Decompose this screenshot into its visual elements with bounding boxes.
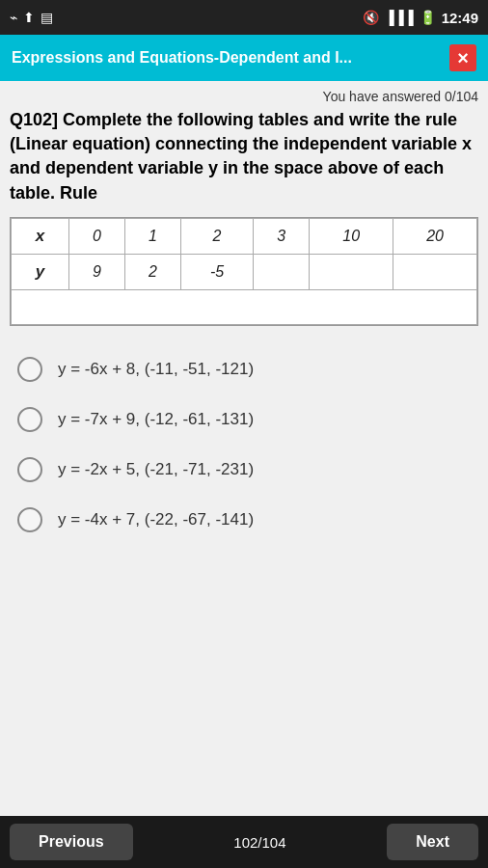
y-val-20 <box>393 254 477 289</box>
title-bar: Expressions and Equations-Dependent and … <box>0 35 488 81</box>
option-4-text: y = -4x + 7, (-22, -67, -141) <box>58 510 254 529</box>
status-bar-left: ⌁ ⬆ ▤ <box>10 10 53 25</box>
status-time: 12:49 <box>442 10 478 26</box>
option-4[interactable]: y = -4x + 7, (-22, -67, -141) <box>10 496 478 544</box>
previous-button[interactable]: Previous <box>10 824 133 860</box>
option-3-text: y = -2x + 5, (-21, -71, -231) <box>58 460 254 479</box>
option-1-text: y = -6x + 8, (-11, -51, -121) <box>58 360 254 379</box>
status-bar-right: 🔇 ▐▐▐ 🔋 12:49 <box>363 10 478 26</box>
question-text: Q102] Complete the following tables and … <box>10 108 478 205</box>
y-val-2: -5 <box>180 254 253 289</box>
question-number: Q102] <box>10 110 58 129</box>
radio-inner-1 <box>25 365 35 374</box>
rule-cell <box>12 289 477 324</box>
y-val-10 <box>310 254 393 289</box>
x-val-20: 20 <box>393 218 477 254</box>
status-bar: ⌁ ⬆ ▤ 🔇 ▐▐▐ 🔋 12:49 <box>0 0 488 35</box>
radio-inner-4 <box>25 515 35 525</box>
file-icon: ▤ <box>41 10 53 25</box>
rule-row <box>12 289 477 324</box>
x-val-3: 3 <box>254 218 310 254</box>
app-title: Expressions and Equations-Dependent and … <box>12 49 449 67</box>
y-label: y <box>12 254 69 289</box>
bottom-nav: Previous 102/104 Next <box>0 816 488 868</box>
close-button[interactable]: × <box>449 44 476 71</box>
y-val-3 <box>254 254 310 289</box>
main-content: You have answered 0/104 Q102] Complete t… <box>0 81 488 816</box>
answered-count: You have answered 0/104 <box>10 89 478 104</box>
signal-icon: ▐▐▐ <box>385 10 414 25</box>
math-table: x 0 1 2 3 10 20 y 9 2 -5 <box>11 218 477 325</box>
page-info: 102/104 <box>233 834 285 851</box>
mute-icon: 🔇 <box>363 10 379 25</box>
option-1[interactable]: y = -6x + 8, (-11, -51, -121) <box>10 345 478 393</box>
option-2[interactable]: y = -7x + 9, (-12, -61, -131) <box>10 395 478 444</box>
question-body: Complete the following tables and write … <box>10 110 472 203</box>
table-y-row: y 9 2 -5 <box>12 254 477 289</box>
option-2-text: y = -7x + 9, (-12, -61, -131) <box>58 410 254 429</box>
data-table: x 0 1 2 3 10 20 y 9 2 -5 <box>10 217 478 326</box>
x-label: x <box>12 218 69 254</box>
radio-1[interactable] <box>17 357 42 382</box>
radio-2[interactable] <box>17 407 42 432</box>
x-val-10: 10 <box>310 218 393 254</box>
x-val-1: 1 <box>124 218 180 254</box>
usb-icon: ⌁ <box>10 10 17 25</box>
radio-3[interactable] <box>17 457 42 482</box>
battery-icon: 🔋 <box>420 10 436 25</box>
option-3[interactable]: y = -2x + 5, (-21, -71, -231) <box>10 446 478 494</box>
radio-inner-3 <box>25 465 35 475</box>
x-val-2: 2 <box>180 218 253 254</box>
y-val-1: 2 <box>124 254 180 289</box>
table-header-row: x 0 1 2 3 10 20 <box>12 218 477 254</box>
options-container: y = -6x + 8, (-11, -51, -121) y = -7x + … <box>10 345 478 544</box>
radio-inner-2 <box>25 415 35 424</box>
next-button[interactable]: Next <box>387 824 478 860</box>
x-val-0: 0 <box>68 218 124 254</box>
upload-icon: ⬆ <box>23 10 35 25</box>
radio-4[interactable] <box>17 507 42 532</box>
y-val-0: 9 <box>68 254 124 289</box>
